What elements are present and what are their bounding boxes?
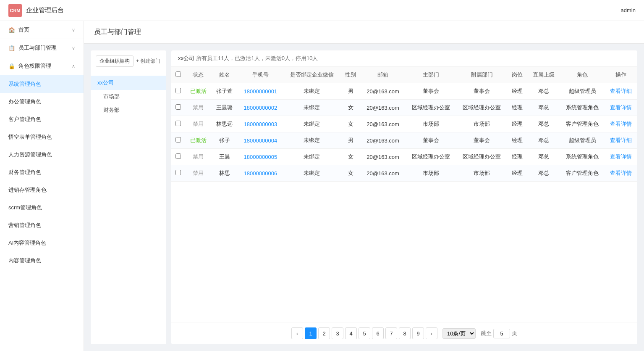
page-btn-4[interactable]: 4 <box>345 327 357 339</box>
employee-icon: 📋 <box>8 45 15 51</box>
page-btn-2[interactable]: 2 <box>318 327 330 339</box>
org-panel: 企业组织架构 + 创建部门 xx公司 市场部财务部 <box>91 50 166 344</box>
action-link[interactable]: 查看详情 <box>610 170 632 176</box>
header-left: CRM 企业管理后台 <box>8 4 64 17</box>
page-size-select[interactable]: 10条/页 20条/页 50条/页 <box>442 328 476 339</box>
cell-dept: 董事会 <box>405 83 456 100</box>
cell-gender: 女 <box>340 149 361 165</box>
org-company-node[interactable]: xx公司 <box>91 76 166 90</box>
cell-wechat: 未绑定 <box>283 100 340 116</box>
sidebar-role-item[interactable]: 营销管理角色 <box>0 216 84 234</box>
col-header-1: 状态 <box>185 67 212 83</box>
sidebar-role-item[interactable]: 系统管理角色 <box>0 75 84 93</box>
cell-dept: 区域经理办公室 <box>405 100 456 116</box>
cell-status: 禁用 <box>185 165 212 182</box>
cell-email: 20@163.com <box>361 100 405 116</box>
cell-email: 20@163.com <box>361 132 405 149</box>
table-row: 已激活张子18000000004未绑定男20@163.com董事会董事会经理邓总… <box>171 132 637 149</box>
cell-email: 20@163.com <box>361 165 405 182</box>
page-btn-7[interactable]: 7 <box>385 327 397 339</box>
table-row: 禁用林思18000000006未绑定女20@163.com市场部市场部经理邓总客… <box>171 165 637 182</box>
row-checkbox[interactable] <box>175 170 181 175</box>
sidebar-role-item[interactable]: 悟空表单管理角色 <box>0 128 84 146</box>
row-checkbox[interactable] <box>175 137 181 143</box>
action-link[interactable]: 查看详情 <box>610 121 632 127</box>
col-header-0 <box>171 67 185 83</box>
page-btn-3[interactable]: 3 <box>332 327 343 339</box>
role-list: 系统管理角色办公管理角色客户管理角色悟空表单管理角色人力资源管理角色财务管理角色… <box>0 75 84 269</box>
cell-name: 林思远 <box>212 116 238 132</box>
sidebar-role-item[interactable]: 客户管理角色 <box>0 111 84 128</box>
table-info: xx公司 所有员工11人，已激活1人，未激活0人，停用10人 <box>171 50 637 67</box>
row-checkbox[interactable] <box>175 121 181 126</box>
sidebar-role-item[interactable]: 内容管理角色 <box>0 252 84 269</box>
cell-name: 张子 <box>212 132 238 149</box>
row-checkbox[interactable] <box>175 153 181 159</box>
org-tab-button[interactable]: 企业组织架构 <box>96 55 134 67</box>
page-btn-9[interactable]: 9 <box>412 327 424 339</box>
col-header-3: 手机号 <box>238 67 283 83</box>
goto-input[interactable] <box>493 329 510 338</box>
employee-table: 状态姓名手机号是否绑定企业微信性别邮箱主部门附属部门岗位直属上级角色操作 已激活… <box>171 67 637 182</box>
next-page-button[interactable]: › <box>426 327 437 339</box>
cell-position: 经理 <box>508 165 528 182</box>
org-dept-node[interactable]: 财务部 <box>91 103 166 117</box>
cell-superior: 邓总 <box>527 100 560 116</box>
sidebar-role-item[interactable]: AI内容管理角色 <box>0 234 84 252</box>
table-company-name: xx公司 <box>178 55 194 62</box>
sidebar-item-home[interactable]: 🏠 首页 ∨ <box>0 21 84 39</box>
table-row: 禁用王晨璐18000000002未绑定女20@163.com区域经理办公室区域经… <box>171 100 637 116</box>
select-all-checkbox[interactable] <box>175 71 181 77</box>
cell-phone: 18000000004 <box>238 132 283 149</box>
col-header-5: 性别 <box>340 67 361 83</box>
sidebar-item-role[interactable]: 🔒 角色权限管理 ∧ <box>0 57 84 75</box>
page-btn-1[interactable]: 1 <box>305 327 317 339</box>
cell-status: 已激活 <box>185 132 212 149</box>
cell-role: 系统管理角色 <box>560 149 605 165</box>
sidebar-role-item[interactable]: 人力资源管理角色 <box>0 146 84 164</box>
cell-name: 王晨 <box>212 149 238 165</box>
org-tree: xx公司 市场部财务部 <box>91 72 166 120</box>
col-header-2: 姓名 <box>212 67 238 83</box>
sidebar-item-employee[interactable]: 📋 员工与部门管理 ∨ <box>0 39 84 57</box>
row-checkbox[interactable] <box>175 88 181 93</box>
cell-gender: 男 <box>340 83 361 100</box>
sidebar-role-item[interactable]: scrm管理角色 <box>0 199 84 216</box>
action-link[interactable]: 查看详细 <box>610 137 632 143</box>
cell-role: 客户管理角色 <box>560 165 605 182</box>
sidebar-role-item[interactable]: 办公管理角色 <box>0 93 84 111</box>
row-checkbox[interactable] <box>175 104 181 110</box>
cell-email: 20@163.com <box>361 83 405 100</box>
sidebar-home-label: 首页 <box>18 26 29 34</box>
table-row: 禁用王晨18000000005未绑定女20@163.com区域经理办公室区域经理… <box>171 149 637 165</box>
action-link[interactable]: 查看详细 <box>610 88 632 94</box>
cell-email: 20@163.com <box>361 116 405 132</box>
sidebar-role-item[interactable]: 财务管理角色 <box>0 164 84 181</box>
cell-phone: 18000000006 <box>238 165 283 182</box>
action-link[interactable]: 查看详情 <box>610 104 632 111</box>
cell-gender: 男 <box>340 132 361 149</box>
cell-sub_dept: 区域经理办公室 <box>456 149 508 165</box>
page-btn-5[interactable]: 5 <box>359 327 370 339</box>
page-btn-6[interactable]: 6 <box>372 327 384 339</box>
cell-superior: 邓总 <box>527 83 560 100</box>
table-body: 已激活张子萱18000000001未绑定男20@163.com董事会董事会经理邓… <box>171 83 637 182</box>
cell-email: 20@163.com <box>361 149 405 165</box>
org-add-dept-button[interactable]: + 创建部门 <box>136 58 160 65</box>
cell-dept: 市场部 <box>405 116 456 132</box>
cell-position: 经理 <box>508 116 528 132</box>
org-dept-node[interactable]: 市场部 <box>91 90 166 103</box>
sidebar-role-item[interactable]: 进销存管理角色 <box>0 181 84 199</box>
cell-gender: 女 <box>340 100 361 116</box>
action-link[interactable]: 查看详情 <box>610 153 632 160</box>
table-summary: 所有员工11人，已激活1人，未激活0人，停用10人 <box>196 55 318 62</box>
cell-position: 经理 <box>508 83 528 100</box>
page-btn-8[interactable]: 8 <box>399 327 411 339</box>
prev-page-button[interactable]: ‹ <box>291 327 303 339</box>
sidebar-role-label: 角色权限管理 <box>18 62 51 70</box>
org-panel-header: 企业组织架构 + 创建部门 <box>91 50 166 72</box>
cell-role: 超级管理员 <box>560 132 605 149</box>
cell-sub_dept: 市场部 <box>456 116 508 132</box>
pagination: ‹ 123456789 › 10条/页 20条/页 50条/页 跳至 页 <box>171 322 637 344</box>
cell-wechat: 未绑定 <box>283 83 340 100</box>
